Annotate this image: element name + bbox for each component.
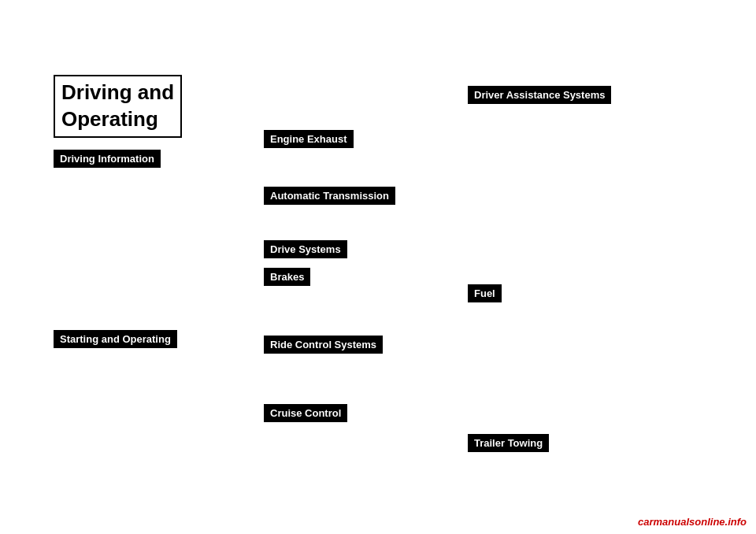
watermark: carmanualsonline.info	[638, 516, 747, 528]
page-container: Driving and Operating Driving Informatio…	[0, 0, 756, 534]
section-ride-control-systems[interactable]: Ride Control Systems	[264, 336, 383, 354]
section-driving-information[interactable]: Driving Information	[54, 150, 161, 168]
section-automatic-transmission[interactable]: Automatic Transmission	[264, 187, 395, 205]
section-brakes[interactable]: Brakes	[264, 268, 310, 286]
section-driver-assistance-systems[interactable]: Driver Assistance Systems	[468, 86, 611, 104]
main-heading-line1: Driving and	[61, 80, 174, 106]
section-cruise-control[interactable]: Cruise Control	[264, 404, 347, 422]
watermark-text: carmanualsonline.info	[638, 516, 747, 528]
section-engine-exhaust[interactable]: Engine Exhaust	[264, 130, 354, 148]
section-drive-systems[interactable]: Drive Systems	[264, 240, 347, 258]
main-heading-line2: Operating	[61, 106, 174, 133]
section-trailer-towing[interactable]: Trailer Towing	[468, 434, 549, 452]
section-starting-and-operating[interactable]: Starting and Operating	[54, 330, 177, 348]
section-fuel[interactable]: Fuel	[468, 284, 502, 302]
main-heading: Driving and Operating	[54, 75, 182, 138]
